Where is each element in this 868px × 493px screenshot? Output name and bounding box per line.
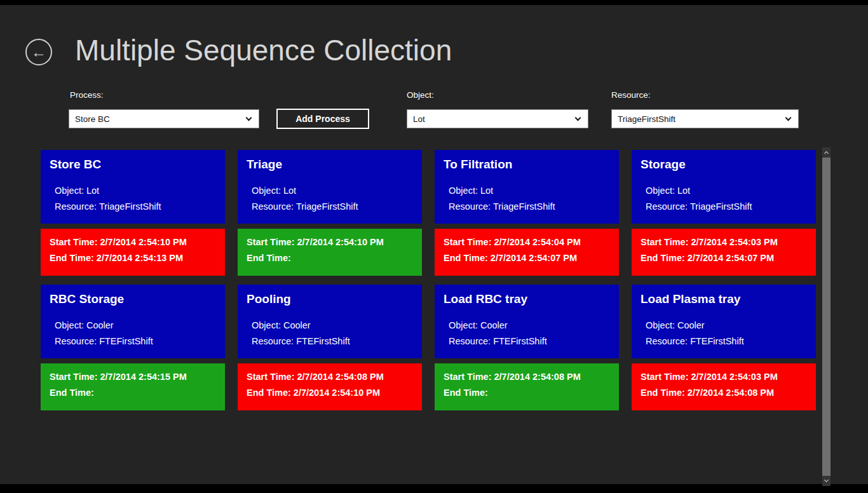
process-label: Process: [70,90,104,100]
object-field-label: Object: [646,186,675,196]
card-time-panel: Start Time: 2/7/2014 2:54:10 PM End Time… [41,229,225,276]
card-grid: Store BC Object: Lot Resource: TriageFir… [41,150,816,410]
resource-field-label: Resource: [449,201,491,212]
scroll-up-button[interactable] [822,147,831,158]
end-time-label: End Time: [641,388,685,398]
end-time-label: End Time: [641,253,685,263]
chevron-down-icon [785,114,792,121]
card-header: RBC Storage Object: Cooler Resource: FTE… [41,285,225,358]
start-time-line: Start Time: 2/7/2014 2:54:08 PM [444,369,610,385]
object-field-value: Lot [677,186,690,196]
resource-select[interactable]: TriageFirstShift [611,109,799,128]
resource-field-value: TriageFirstShift [99,201,161,212]
process-card[interactable]: Store BC Object: Lot Resource: TriageFir… [41,150,225,276]
end-time-line: End Time: 2/7/2014 2:54:13 PM [50,250,216,266]
end-time-line: End Time: [247,250,413,266]
scroll-down-button[interactable] [822,476,831,486]
resource-field-label: Resource: [55,336,97,346]
card-header: Storage Object: Lot Resource: TriageFirs… [632,150,816,224]
process-card[interactable]: Triage Object: Lot Resource: TriageFirst… [238,150,422,276]
object-select-value: Lot [413,114,576,124]
resource-field-label: Resource: [646,201,688,212]
object-select[interactable]: Lot [407,109,588,128]
object-field-value: Cooler [480,320,508,330]
process-card[interactable]: Load Plasma tray Object: Cooler Resource… [632,285,816,410]
card-object-line: Object: Cooler [449,318,610,334]
card-time-panel: Start Time: 2/7/2014 2:54:15 PM End Time… [41,363,225,410]
start-time-value: 2/7/2014 2:54:03 PM [691,237,778,247]
card-resource-line: Resource: TriageFirstShift [252,199,413,215]
chevron-down-icon [246,114,252,121]
start-time-line: Start Time: 2/7/2014 2:54:10 PM [247,234,413,250]
end-time-label: End Time: [247,253,291,263]
resource-field-label: Resource: [449,336,491,346]
card-time-panel: Start Time: 2/7/2014 2:54:03 PM End Time… [632,363,816,410]
resource-label: Resource: [611,90,651,100]
start-time-value: 2/7/2014 2:54:15 PM [100,372,187,382]
back-arrow-icon: ← [31,44,46,60]
process-card[interactable]: To Filtration Object: Lot Resource: Tria… [435,150,619,276]
card-time-panel: Start Time: 2/7/2014 2:54:03 PM End Time… [632,229,816,276]
chevron-up-icon [824,151,829,156]
start-time-value: 2/7/2014 2:54:04 PM [494,237,581,247]
end-time-value: 2/7/2014 2:54:13 PM [97,253,183,263]
card-time-panel: Start Time: 2/7/2014 2:54:08 PM End Time… [238,363,422,410]
process-card[interactable]: Load RBC tray Object: Cooler Resource: F… [435,285,619,410]
process-select-value: Store BC [75,114,247,124]
add-process-button[interactable]: Add Process [276,109,369,129]
card-resource-line: Resource: TriageFirstShift [55,199,216,215]
start-time-label: Start Time: [247,372,294,382]
end-time-line: End Time: 2/7/2014 2:54:07 PM [444,250,610,266]
card-resource-line: Resource: FTEFirstShift [449,334,610,349]
card-header: To Filtration Object: Lot Resource: Tria… [435,150,619,224]
resource-field-label: Resource: [55,201,97,212]
card-object-line: Object: Lot [646,183,807,199]
end-time-label: End Time: [50,388,94,398]
end-time-label: End Time: [444,253,488,263]
vertical-scrollbar[interactable] [822,147,831,486]
chevron-down-icon [824,478,829,482]
end-time-label: End Time: [50,253,94,263]
end-time-value: 2/7/2014 2:54:08 PM [688,388,774,398]
object-field-value: Cooler [86,320,114,330]
card-object-line: Object: Lot [252,183,413,199]
resource-field-value: TriageFirstShift [690,201,752,212]
process-select[interactable]: Store BC [69,109,259,128]
object-field-label: Object: [252,320,281,330]
card-header: Load Plasma tray Object: Cooler Resource… [632,285,816,358]
process-card[interactable]: Storage Object: Lot Resource: TriageFirs… [632,150,816,276]
card-resource-line: Resource: TriageFirstShift [646,199,807,215]
resource-field-value: FTEFirstShift [99,336,153,346]
process-card[interactable]: RBC Storage Object: Cooler Resource: FTE… [41,285,225,410]
start-time-label: Start Time: [247,237,294,247]
card-object-line: Object: Lot [55,183,216,199]
resource-field-value: TriageFirstShift [296,201,358,212]
start-time-label: Start Time: [444,372,491,382]
card-title: Load Plasma tray [641,292,807,306]
object-field-value: Lot [283,186,296,196]
object-field-value: Lot [86,186,99,196]
start-time-label: Start Time: [641,237,688,247]
card-title: Store BC [50,158,216,172]
start-time-line: Start Time: 2/7/2014 2:54:03 PM [641,234,807,250]
bottom-edge-bar [0,484,868,493]
resource-field-value: TriageFirstShift [493,201,555,212]
start-time-label: Start Time: [50,372,97,382]
start-time-value: 2/7/2014 2:54:08 PM [494,372,581,382]
object-label: Object: [407,90,434,100]
card-header: Store BC Object: Lot Resource: TriageFir… [41,150,225,224]
start-time-line: Start Time: 2/7/2014 2:54:10 PM [50,234,216,250]
card-object-line: Object: Lot [449,183,610,199]
end-time-line: End Time: 2/7/2014 2:54:07 PM [641,250,807,266]
scrollbar-track[interactable] [822,158,831,476]
object-field-label: Object: [449,186,478,196]
object-field-label: Object: [55,320,84,330]
scrollbar-thumb[interactable] [822,158,831,476]
back-button[interactable]: ← [25,39,52,65]
card-title: Storage [641,158,807,172]
process-card[interactable]: Pooling Object: Cooler Resource: FTEFirs… [238,285,422,410]
end-time-label: End Time: [247,388,291,398]
resource-field-value: FTEFirstShift [493,336,547,346]
card-header: Triage Object: Lot Resource: TriageFirst… [238,150,422,224]
end-time-value: 2/7/2014 2:54:07 PM [491,253,577,263]
